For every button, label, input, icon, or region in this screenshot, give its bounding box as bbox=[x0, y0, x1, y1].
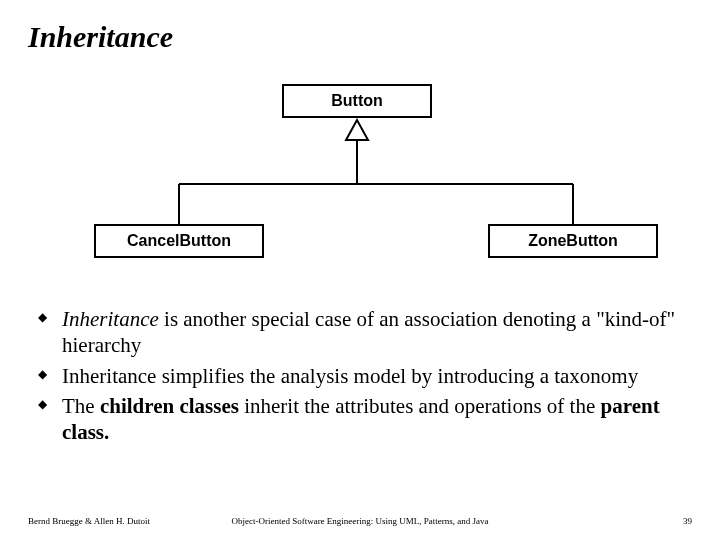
bullet-3-pre: The bbox=[62, 394, 100, 418]
class-box-zone-button: ZoneButton bbox=[488, 224, 658, 258]
bullet-item-2: Inheritance simplifies the analysis mode… bbox=[34, 363, 686, 389]
class-box-parent: Button bbox=[282, 84, 432, 118]
bullet-3-children: children classes bbox=[100, 394, 239, 418]
bullet-item-3: The children classes inherit the attribu… bbox=[34, 393, 686, 446]
page-title: Inheritance bbox=[28, 20, 692, 54]
class-box-cancel-button: CancelButton bbox=[94, 224, 264, 258]
slide-footer: Bernd Bruegge & Allen H. Dutoit Object-O… bbox=[28, 516, 692, 526]
bullet-list: Inheritance is another special case of a… bbox=[28, 306, 692, 445]
footer-authors: Bernd Bruegge & Allen H. Dutoit bbox=[28, 516, 150, 526]
triangle-inheritance-icon bbox=[346, 120, 368, 140]
uml-inheritance-diagram: Button CancelButton ZoneButton bbox=[28, 84, 692, 284]
bullet-item-1: Inheritance is another special case of a… bbox=[34, 306, 686, 359]
footer-page-number: 39 bbox=[683, 516, 692, 526]
footer-book-title: Object-Oriented Software Engineering: Us… bbox=[231, 516, 488, 526]
bullet-3-mid: inherit the attributes and operations of… bbox=[239, 394, 601, 418]
bullet-1-lead: Inheritance bbox=[62, 307, 159, 331]
